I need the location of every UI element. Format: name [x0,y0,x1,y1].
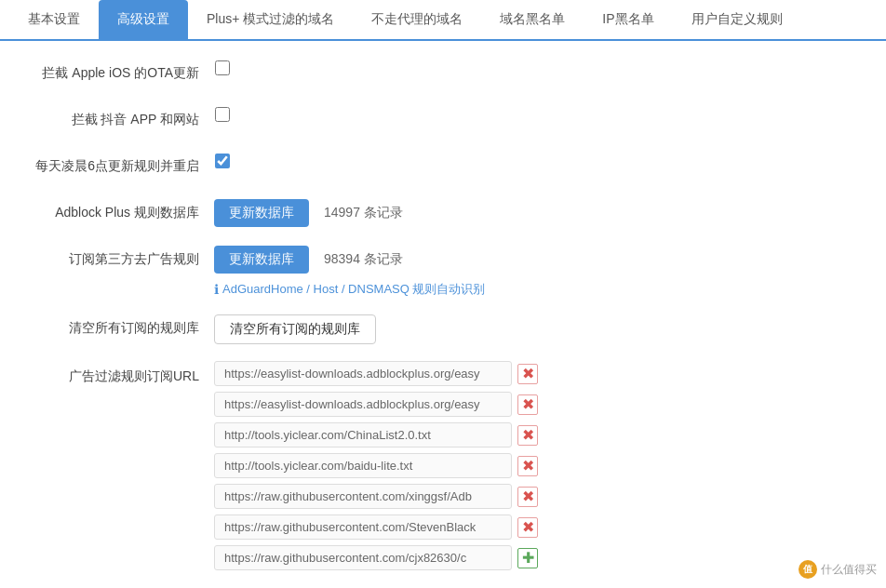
url-delete-btn-3[interactable]: ✖ [517,456,538,476]
ios-ota-checkbox[interactable] [215,60,230,75]
auto-update-checkbox-wrapper[interactable] [214,153,231,169]
url-input-1[interactable] [214,392,512,417]
third-party-ads-record-count: 98394 条记录 [324,251,403,268]
url-input-5[interactable] [214,514,512,540]
tab-plus[interactable]: Plus+ 模式过滤的域名 [188,0,353,39]
url-input-0[interactable] [214,361,512,386]
auto-update-checkbox[interactable] [215,154,230,168]
tab-no-proxy[interactable]: 不走代理的域名 [353,0,481,39]
watermark-logo: 值 [799,560,817,579]
url-row: ✖ [214,422,538,448]
third-party-ads-info: ℹ AdGuardHome / Host / DNSMASQ 规则自动识别 [214,281,485,298]
tab-custom-rules[interactable]: 用户自定义规则 [673,0,801,39]
tab-advanced[interactable]: 高级设置 [99,0,188,39]
delete-icon: ✖ [522,428,534,443]
tiktok-label: 拦截 抖音 APP 和网站 [28,106,214,128]
auto-update-control [214,153,858,169]
content-area: 拦截 Apple iOS 的OTA更新 拦截 抖音 APP 和网站 每天凌晨6点… [0,41,886,588]
adblock-plus-label: Adblock Plus 规则数据库 [28,199,214,221]
clear-rules-row: 清空所有订阅的规则库 清空所有订阅的规则库 [28,314,858,344]
third-party-ads-label: 订阅第三方去广告规则 [28,246,214,268]
ios-ota-control [214,60,858,76]
adblock-plus-record-count: 14997 条记录 [324,205,403,221]
clear-rules-btn[interactable]: 清空所有订阅的规则库 [214,314,376,344]
ios-ota-checkbox-wrapper[interactable] [214,60,231,76]
url-input-3[interactable] [214,453,512,478]
url-delete-btn-4[interactable]: ✖ [517,487,538,507]
adblock-plus-update-btn[interactable]: 更新数据库 [214,199,309,227]
tab-basic[interactable]: 基本设置 [9,0,99,39]
third-party-ads-btn-row: 更新数据库 98394 条记录 [214,246,403,274]
delete-icon: ✖ [522,459,534,474]
url-input-6[interactable] [214,545,512,570]
auto-update-row: 每天凌晨6点更新规则并重启 [28,153,858,182]
tab-blacklist[interactable]: 域名黑名单 [481,0,584,39]
url-row: ✖ [214,484,538,509]
tiktok-checkbox-wrapper[interactable] [214,106,231,123]
add-icon: ✚ [522,551,534,566]
adblock-plus-row: Adblock Plus 规则数据库 更新数据库 14997 条记录 [28,199,858,229]
ad-filter-url-control: ✖✖✖✖✖✖✚ [214,361,858,570]
info-icon: ℹ [214,282,219,297]
ad-filter-url-row: 广告过滤规则订阅URL ✖✖✖✖✖✖✚ [28,361,858,570]
url-delete-btn-5[interactable]: ✖ [517,517,538,538]
clear-rules-label: 清空所有订阅的规则库 [28,314,214,337]
url-row: ✖ [214,453,538,478]
ios-ota-row: 拦截 Apple iOS 的OTA更新 [28,60,858,89]
url-row: ✚ [214,545,538,570]
delete-icon: ✖ [522,397,534,412]
clear-rules-control: 清空所有订阅的规则库 [214,314,858,344]
url-delete-btn-1[interactable]: ✖ [517,394,538,415]
third-party-ads-update-btn[interactable]: 更新数据库 [214,246,309,274]
tiktok-row: 拦截 抖音 APP 和网站 [28,106,858,136]
watermark: 值 什么值得买 [799,560,877,579]
tab-ip-blacklist[interactable]: IP黑名单 [584,0,672,39]
url-delete-btn-0[interactable]: ✖ [517,364,538,384]
tab-navigation: 基本设置 高级设置 Plus+ 模式过滤的域名 不走代理的域名 域名黑名单 IP… [0,0,886,41]
url-row: ✖ [214,392,538,417]
delete-icon: ✖ [522,367,534,381]
url-row: ✖ [214,361,538,386]
watermark-text: 什么值得买 [821,562,877,578]
delete-icon: ✖ [522,489,534,504]
third-party-ads-info-text: AdGuardHome / Host / DNSMASQ 规则自动识别 [222,281,485,298]
third-party-ads-control: 更新数据库 98394 条记录 ℹ AdGuardHome / Host / D… [214,246,858,298]
ad-filter-url-label: 广告过滤规则订阅URL [28,361,214,385]
delete-icon: ✖ [522,520,534,535]
ios-ota-label: 拦截 Apple iOS 的OTA更新 [28,60,214,82]
url-list: ✖✖✖✖✖✖✚ [214,361,538,570]
url-input-4[interactable] [214,484,512,509]
app-container: 基本设置 高级设置 Plus+ 模式过滤的域名 不走代理的域名 域名黑名单 IP… [0,0,886,588]
url-delete-btn-2[interactable]: ✖ [517,425,538,446]
third-party-ads-row: 订阅第三方去广告规则 更新数据库 98394 条记录 ℹ AdGuardHome… [28,246,858,298]
auto-update-label: 每天凌晨6点更新规则并重启 [28,153,214,175]
url-input-2[interactable] [214,422,512,448]
url-add-btn-6[interactable]: ✚ [517,548,538,568]
url-row: ✖ [214,514,538,540]
tiktok-checkbox[interactable] [215,107,230,122]
tiktok-control [214,106,858,123]
adblock-plus-control: 更新数据库 14997 条记录 [214,199,858,227]
